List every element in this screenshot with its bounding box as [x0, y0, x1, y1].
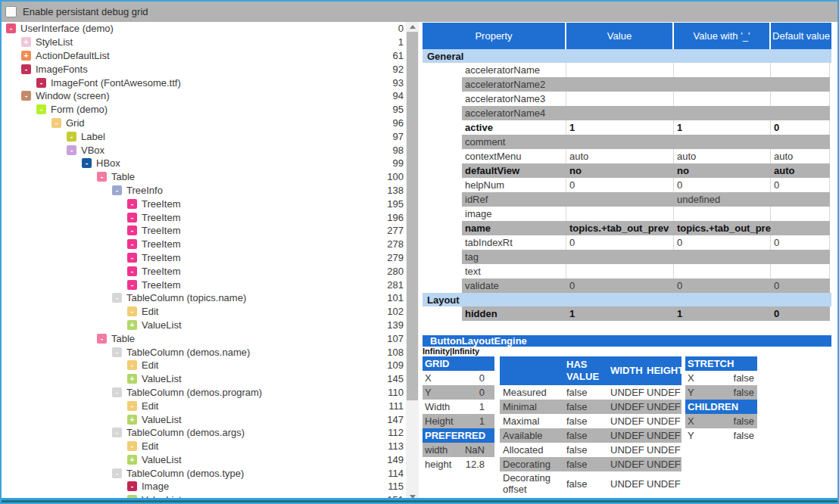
property-row[interactable]: tabIndexRt000 [423, 235, 831, 250]
collapse-icon[interactable]: - [127, 306, 137, 316]
collapse-icon[interactable]: - [82, 158, 92, 168]
tree-item[interactable]: -Grid96 [2, 117, 406, 130]
collapse-icon[interactable]: - [127, 481, 137, 491]
tree-item[interactable]: -Edit111 [2, 399, 406, 412]
property-row[interactable]: acceleratorName3 [423, 92, 831, 106]
property-row[interactable]: text [423, 264, 831, 278]
expand-icon[interactable]: + [127, 415, 137, 425]
metrics-row-label: Allocated [500, 444, 566, 456]
scrollbar-thumb[interactable] [407, 32, 418, 400]
tree-item[interactable]: -TreeItem281 [2, 278, 406, 291]
collapse-icon[interactable]: - [112, 468, 122, 478]
property-row[interactable]: hidden110 [423, 306, 831, 321]
tree-item[interactable]: -Label97 [2, 129, 406, 143]
tree-item[interactable]: -TableColumn (demos.name)108 [2, 345, 406, 359]
collapse-icon[interactable]: - [127, 226, 137, 235]
property-row[interactable]: acceleratorName2 [423, 77, 831, 92]
property-row[interactable]: contextMenuautoautoauto [423, 149, 831, 163]
tree-item[interactable]: +StyleList1 [2, 36, 406, 49]
tree-item[interactable]: -TreeItem277 [2, 224, 406, 238]
collapse-icon[interactable]: - [127, 360, 137, 370]
collapse-icon[interactable]: - [127, 213, 137, 222]
layout-engine-tables: GRIDX0Y0Width1Height1PREFERREDwidthNaNhe… [423, 356, 831, 496]
tree-item[interactable]: -UserInterface (demo)0 [2, 22, 406, 36]
collapse-icon[interactable]: - [112, 185, 122, 195]
property-row[interactable]: acceleratorName4 [423, 106, 831, 120]
expand-icon[interactable]: + [127, 320, 137, 330]
tree-item[interactable]: -Table107 [2, 331, 406, 345]
tree-item[interactable]: -TreeItem280 [2, 264, 406, 278]
tree-item[interactable]: -TreeItem278 [2, 238, 406, 251]
collapse-icon[interactable]: - [112, 293, 122, 303]
tree-item[interactable]: -TableColumn (topics.name)101 [2, 291, 406, 305]
property-row[interactable]: active110 [423, 120, 831, 135]
property-row[interactable]: helpNum000 [423, 178, 831, 192]
tree-item[interactable]: -TreeItem196 [2, 210, 406, 224]
tree-item[interactable]: -Edit113 [2, 440, 406, 453]
collapse-icon[interactable]: - [127, 199, 137, 209]
grid-value: 1 [479, 401, 494, 412]
metrics-row: DecoratingfalseUNDEFUNDEF [500, 457, 681, 471]
collapse-icon[interactable]: - [112, 387, 122, 397]
collapse-icon[interactable]: - [51, 118, 61, 128]
tree-item[interactable]: -VBox98 [2, 143, 406, 157]
tree-item-number: 110 [388, 387, 406, 398]
expand-icon[interactable]: + [21, 37, 31, 47]
property-indent [423, 120, 462, 135]
collapse-icon[interactable]: - [127, 441, 137, 451]
tree-item[interactable]: -Edit102 [2, 305, 406, 319]
collapse-icon[interactable]: - [36, 104, 46, 114]
tree-item[interactable]: -Edit109 [2, 359, 406, 372]
property-indent [423, 92, 462, 106]
collapse-icon[interactable]: - [21, 64, 31, 74]
tree-item[interactable]: -ImageFonts92 [2, 62, 406, 76]
tree-item[interactable]: -TableColumn (demos.program)110 [2, 386, 406, 400]
tree-item-number: 138 [387, 185, 406, 196]
collapse-icon[interactable]: - [97, 334, 107, 344]
tree-item[interactable]: -TreeItem279 [2, 251, 406, 265]
tree-item[interactable]: -HBox99 [2, 157, 406, 170]
tree-item[interactable]: +ActionDefaultList61 [2, 49, 406, 63]
property-row[interactable]: image [423, 207, 831, 221]
tree-item[interactable]: -Image115 [2, 480, 406, 493]
collapse-icon[interactable]: - [127, 401, 137, 411]
tree-item[interactable]: +ValueList145 [2, 372, 406, 386]
collapse-icon[interactable]: - [67, 145, 76, 155]
collapse-icon[interactable]: - [112, 428, 122, 437]
expand-icon[interactable]: + [127, 455, 137, 465]
property-row[interactable]: validate000 [423, 278, 831, 293]
collapse-icon[interactable]: - [6, 23, 16, 33]
tree-item[interactable]: -TableColumn (demos.type)114 [2, 466, 406, 480]
property-row[interactable]: acceleratorName [423, 63, 831, 77]
collapse-icon[interactable]: - [127, 253, 137, 263]
scrollbar-up-icon[interactable] [406, 22, 419, 31]
property-name-cell: comment [462, 135, 566, 149]
tree-item[interactable]: -TableColumn (demos.args)112 [2, 426, 406, 440]
enable-debug-grid-checkbox[interactable] [5, 6, 17, 17]
property-row[interactable]: defaultViewnonoauto [423, 163, 831, 178]
collapse-icon[interactable]: - [112, 347, 122, 357]
tree-scrollbar[interactable] [406, 22, 419, 502]
collapse-icon[interactable]: - [127, 239, 137, 249]
expand-icon[interactable]: + [21, 51, 31, 61]
tree-item[interactable]: -ImageFont (FontAwesome.ttf)93 [2, 76, 406, 89]
tree-item[interactable]: -Window (screen)94 [2, 89, 406, 103]
property-row[interactable]: idRefundefined [423, 192, 831, 207]
property-row[interactable]: comment [423, 135, 831, 149]
tree-item[interactable]: -TreeItem195 [2, 197, 406, 210]
collapse-icon[interactable]: - [21, 91, 31, 101]
tree-item[interactable]: -Table100 [2, 170, 406, 184]
tree-item[interactable]: -TreeInfo138 [2, 184, 406, 198]
collapse-icon[interactable]: - [97, 172, 107, 182]
collapse-icon[interactable]: - [127, 280, 137, 290]
collapse-icon[interactable]: - [67, 132, 76, 142]
tree-item[interactable]: -Form (demo)95 [2, 103, 406, 117]
property-row[interactable]: tag [423, 250, 831, 264]
collapse-icon[interactable]: - [127, 266, 137, 276]
tree-item[interactable]: +ValueList149 [2, 453, 406, 467]
collapse-icon[interactable]: - [36, 78, 46, 88]
tree-item[interactable]: +ValueList147 [2, 412, 406, 426]
tree-item[interactable]: +ValueList139 [2, 319, 406, 332]
expand-icon[interactable]: + [127, 374, 137, 384]
property-row[interactable]: nametopics.+tab_out_prevtopics.+tab_out_… [423, 221, 831, 235]
